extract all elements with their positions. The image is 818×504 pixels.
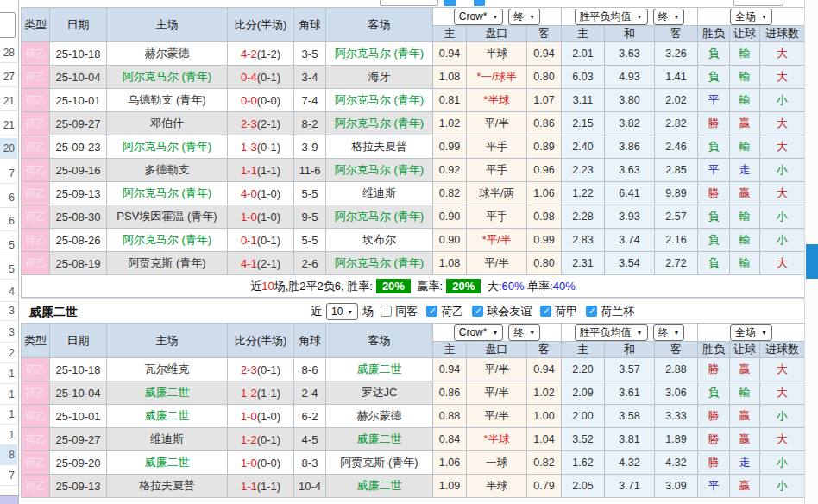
chevron-down-icon: ▼	[347, 309, 353, 315]
corners: 2-4	[294, 381, 326, 405]
scope-dropdown[interactable]: 全场▼	[730, 9, 772, 25]
home-team[interactable]: 赫尔蒙德	[107, 42, 228, 66]
home-team[interactable]: 威廉二世	[107, 381, 228, 405]
away-team[interactable]: 阿尔克马尔 (青年)	[326, 89, 433, 112]
mean-away: 2.88	[655, 358, 698, 381]
final-dropdown-1[interactable]: 终▼	[508, 324, 540, 341]
filter-label[interactable]: 荷兰杯	[601, 305, 634, 318]
odds-source-dropdown[interactable]: Crow*▼	[454, 9, 504, 25]
table-row: 荷乙 25-09-20 威廉二世 1-0(0-0) 8-3 阿贾克斯 (青年) …	[22, 451, 805, 475]
result-wdl: 勝	[698, 451, 730, 475]
away-team[interactable]: 坎布尔	[326, 229, 433, 252]
mean-draw: 3.82	[605, 112, 655, 135]
away-team[interactable]: 威廉二世	[326, 475, 433, 498]
away-team[interactable]: 阿尔克马尔 (青年)	[326, 42, 433, 66]
handicap-line: *一/球半	[467, 66, 527, 89]
cutoff-number: 6	[0, 211, 17, 231]
final-dropdown-2[interactable]: 终▼	[653, 9, 685, 25]
checked-checkbox-icon[interactable]	[426, 306, 437, 317]
result-wdl: 勝	[698, 428, 730, 451]
away-team[interactable]: 阿尔克马尔 (青年)	[326, 252, 433, 275]
result-handicap: 輸	[730, 205, 760, 229]
away-team[interactable]: 阿尔克马尔 (青年)	[326, 205, 433, 229]
home-team[interactable]: 阿尔克马尔 (青年)	[107, 229, 228, 252]
home-team[interactable]: 多德勒支	[107, 159, 228, 182]
filter-label[interactable]: 同客	[395, 305, 418, 318]
unchecked-checkbox-icon[interactable]	[381, 306, 392, 317]
mean-dropdown[interactable]: 胜平负均值▼	[575, 324, 648, 341]
scrollbar-track[interactable]	[804, 0, 818, 504]
handicap-line: 平手	[467, 205, 527, 229]
away-team[interactable]: 赫尔蒙德	[326, 405, 433, 428]
home-team[interactable]: PSV埃因霍温 (青年)	[107, 205, 228, 229]
checked-checkbox-icon[interactable]	[472, 306, 483, 317]
filter-label[interactable]: 球会友谊	[487, 305, 532, 318]
away-team[interactable]: 维迪斯	[326, 182, 433, 205]
mean-home: 2.28	[562, 205, 605, 229]
chevron-down-icon: ▼	[492, 14, 498, 20]
table-row: 荷乙 25-09-23 阿尔克马尔 (青年) 1-3(0-1) 3-9 格拉夫夏…	[22, 135, 805, 159]
cutoff-filter-row-top	[21, 0, 804, 7]
away-team[interactable]: 阿尔克马尔 (青年)	[326, 159, 433, 182]
away-team[interactable]: 阿尔克马尔 (青年)	[326, 112, 433, 135]
home-team[interactable]: 阿尔克马尔 (青年)	[107, 66, 228, 89]
odds-away: 0.94	[527, 358, 562, 381]
away-team[interactable]: 海牙	[326, 66, 433, 89]
result-goals: 小	[760, 229, 805, 252]
home-team[interactable]: 阿贾克斯 (青年)	[107, 252, 228, 275]
handicap-line: 半球	[467, 475, 527, 498]
result-goals: 大	[760, 112, 805, 135]
cutoff-number: 5	[0, 259, 17, 280]
scrollbar-thumb[interactable]	[806, 244, 818, 279]
match-date: 25-09-20	[50, 451, 107, 475]
score-halftime: (1-0)	[257, 187, 280, 200]
league-badge: 荷乙	[25, 433, 46, 445]
result-wdl: 負	[698, 205, 730, 229]
checked-checkbox-icon[interactable]	[586, 306, 597, 317]
sub-header-odds-away: 客	[527, 26, 562, 42]
home-team[interactable]: 乌德勒支 (青年)	[107, 89, 228, 112]
mean-dropdown[interactable]: 胜平负均值▼	[575, 9, 648, 25]
score-fulltime: 1-3	[241, 141, 257, 154]
away-team[interactable]: 罗达JC	[326, 381, 433, 405]
mean-away: 4.32	[655, 451, 698, 475]
score-fulltime: 4-1	[241, 257, 257, 270]
home-team[interactable]: 威廉二世	[107, 405, 228, 428]
handicap-line: *平/半	[467, 229, 527, 252]
col-header-type: 类型	[22, 8, 50, 42]
final-dropdown-1[interactable]: 终▼	[508, 9, 540, 25]
scope-dropdown[interactable]: 全场▼	[730, 324, 772, 341]
home-team[interactable]: 阿尔克马尔 (青年)	[107, 182, 228, 205]
handicap-line: 半球	[467, 42, 527, 66]
mean-home: 2.23	[562, 159, 605, 182]
cutoff-number: 27	[0, 66, 17, 87]
home-team[interactable]: 格拉夫夏普	[107, 475, 228, 498]
away-team[interactable]: 威廉二世	[326, 358, 433, 381]
sub-header-mean-away: 客	[655, 342, 698, 358]
away-team[interactable]: 阿贾克斯 (青年)	[326, 451, 433, 475]
filter-label[interactable]: 荷乙	[441, 305, 463, 318]
final-dropdown-2[interactable]: 终▼	[653, 324, 685, 341]
corners: 3-4	[294, 66, 326, 89]
home-team[interactable]: 邓伯什	[107, 112, 228, 135]
league-badge: 荷乙	[25, 187, 46, 199]
cutoff-number: 1	[0, 363, 17, 384]
odds-source-dropdown[interactable]: Crow*▼	[454, 324, 504, 341]
cutoff-number: 20	[0, 138, 17, 159]
home-team[interactable]: 维迪斯	[107, 428, 228, 451]
match-count-select[interactable]: 10▼	[326, 303, 358, 320]
filter-label[interactable]: 荷甲	[555, 305, 577, 318]
home-team[interactable]: 威廉二世	[107, 451, 228, 475]
away-team[interactable]: 威廉二世	[326, 428, 433, 451]
checked-checkbox-icon[interactable]	[540, 306, 551, 317]
odds-away: 1.04	[527, 428, 562, 451]
result-handicap: 贏	[730, 112, 760, 135]
odds-away: 0.94	[527, 42, 562, 66]
handicap-line: 球半/两	[467, 182, 527, 205]
away-team[interactable]: 格拉夫夏普	[326, 135, 433, 159]
home-team[interactable]: 阿尔克马尔 (青年)	[107, 135, 228, 159]
table-row: 荷乙 25-09-27 维迪斯 1-2(0-1) 4-5 威廉二世 0.84 *…	[22, 428, 805, 451]
sub-header-mean-draw: 和	[605, 26, 655, 42]
home-team[interactable]: 瓦尔维克	[107, 358, 228, 381]
result-handicap: 輸	[730, 252, 760, 275]
